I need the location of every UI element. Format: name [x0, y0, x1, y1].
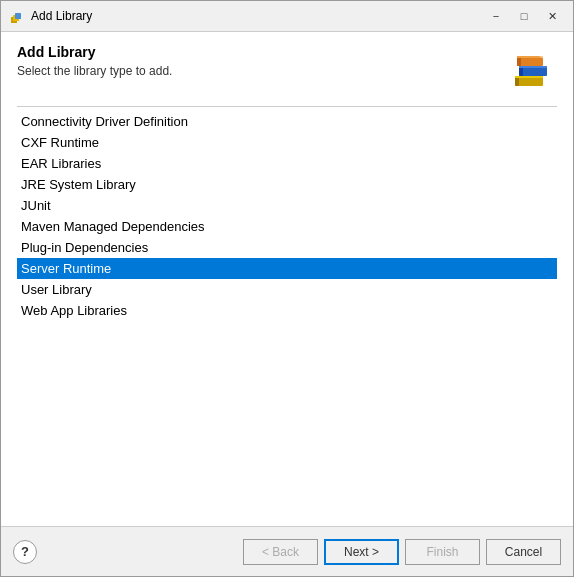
list-item[interactable]: Connectivity Driver Definition	[17, 111, 557, 132]
content-area: Add Library Select the library type to a…	[1, 31, 573, 526]
list-item[interactable]: CXF Runtime	[17, 132, 557, 153]
list-item-selected[interactable]: Server Runtime	[17, 258, 557, 279]
svg-rect-11	[517, 56, 543, 58]
list-item[interactable]: JRE System Library	[17, 174, 557, 195]
list-item[interactable]: JUnit	[17, 195, 557, 216]
close-button[interactable]: ✕	[539, 6, 565, 26]
header-divider	[17, 106, 557, 107]
bottom-right: < Back Next > Finish Cancel	[243, 539, 561, 565]
list-item[interactable]: Web App Libraries	[17, 300, 557, 321]
title-bar-controls: − □ ✕	[483, 6, 565, 26]
title-bar: Add Library − □ ✕	[1, 1, 573, 31]
list-item[interactable]: User Library	[17, 279, 557, 300]
header-section: Add Library Select the library type to a…	[17, 44, 557, 92]
title-bar-icon	[9, 8, 25, 24]
list-item[interactable]: Plug-in Dependencies	[17, 237, 557, 258]
list-item[interactable]: Maven Managed Dependencies	[17, 216, 557, 237]
header-text: Add Library Select the library type to a…	[17, 44, 499, 78]
maximize-button[interactable]: □	[511, 6, 537, 26]
bottom-bar: ? < Back Next > Finish Cancel	[1, 526, 573, 576]
minimize-button[interactable]: −	[483, 6, 509, 26]
page-subtitle: Select the library type to add.	[17, 64, 499, 78]
cancel-button[interactable]: Cancel	[486, 539, 561, 565]
svg-rect-2	[15, 13, 21, 19]
finish-button[interactable]: Finish	[405, 539, 480, 565]
svg-rect-5	[515, 76, 543, 78]
title-bar-title: Add Library	[31, 9, 483, 23]
list-item[interactable]: EAR Libraries	[17, 153, 557, 174]
next-button[interactable]: Next >	[324, 539, 399, 565]
svg-rect-8	[519, 66, 547, 68]
library-icon	[509, 44, 557, 92]
library-list[interactable]: Connectivity Driver Definition CXF Runti…	[17, 111, 557, 526]
back-button[interactable]: < Back	[243, 539, 318, 565]
add-library-window: Add Library − □ ✕ Add Library Select the…	[0, 0, 574, 577]
bottom-left: ?	[13, 540, 37, 564]
help-button[interactable]: ?	[13, 540, 37, 564]
page-title: Add Library	[17, 44, 499, 60]
